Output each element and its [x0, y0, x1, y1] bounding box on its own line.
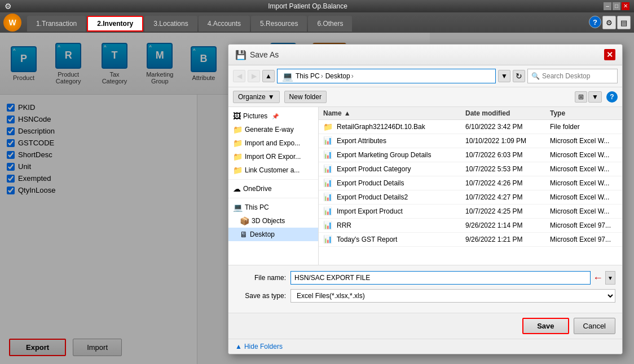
tree-divider-1 — [228, 179, 318, 180]
folder-import-icon: 📁 — [233, 139, 243, 148]
help-button[interactable]: ? — [589, 16, 601, 28]
file-row[interactable]: 📊 Import Export Product 10/7/2022 4:25 P… — [319, 205, 622, 219]
tab-inventory[interactable]: 2.Inventory — [87, 16, 143, 32]
thispc-icon: 💻 — [233, 203, 243, 212]
file-name-1: Export Attributes — [337, 137, 465, 145]
organize-button[interactable]: Organize ▼ — [233, 91, 280, 103]
cancel-button[interactable]: Cancel — [574, 318, 615, 334]
forward-button[interactable]: ▶ — [248, 70, 260, 82]
file-row[interactable]: 📊 Export Product Details2 10/7/2022 4:27… — [319, 190, 622, 205]
file-type-3: Microsoft Excel W... — [550, 165, 618, 173]
tree-generate-eway[interactable]: 📁 Generate E-way — [228, 123, 318, 136]
hide-folders-arrow-icon: ▲ — [235, 343, 242, 350]
hide-folders-toggle[interactable]: ▲ Hide Folders — [228, 339, 622, 354]
file-date-7: 9/26/2022 1:14 PM — [465, 221, 550, 229]
filetype-select[interactable]: Excel Files(*.xlsx,*.xls) — [290, 289, 615, 303]
tree-onedrive[interactable]: ☁ OneDrive — [228, 182, 318, 196]
main-content: ^P Product ^R Product Category ^T Tax Ca… — [0, 33, 634, 364]
filename-dropdown[interactable]: ▼ — [605, 271, 615, 285]
col-name-header[interactable]: Name ▲ — [323, 109, 465, 117]
file-row[interactable]: 📊 RRR 9/26/2022 1:14 PM Microsoft Excel … — [319, 219, 622, 233]
sort-arrow-icon: ▲ — [344, 109, 351, 117]
filename-container: ← ▼ — [290, 271, 615, 285]
file-row[interactable]: 📊 Export Marketing Group Details 10/7/20… — [319, 148, 622, 162]
tab-others[interactable]: 6.Others — [308, 16, 352, 32]
file-date-1: 10/10/2022 1:09 PM — [465, 137, 550, 145]
file-row[interactable]: 📊 Today's GST Report 9/26/2022 1:21 PM M… — [319, 233, 622, 247]
save-button[interactable]: Save — [522, 318, 569, 334]
dialog-toolbar: Organize ▼ New folder ⊞ ▼ ? — [228, 87, 622, 107]
col-type-header[interactable]: Type — [550, 109, 618, 117]
title-bar: ⚙ Import Patient Op.Balance – □ ✕ — [0, 0, 634, 12]
file-type-7: Microsoft Excel 97... — [550, 221, 618, 229]
refresh-button[interactable]: ↻ — [513, 70, 525, 82]
tree-import-expo[interactable]: 📁 Import and Expo... — [228, 136, 318, 150]
maximize-button[interactable]: □ — [613, 2, 620, 10]
tree-link-customer[interactable]: 📁 Link Customer a... — [228, 163, 318, 177]
file-type-6: Microsoft Excel W... — [550, 207, 618, 215]
pictures-icon: 🖼 — [233, 112, 241, 121]
addr-dropdown[interactable]: ▼ — [498, 70, 510, 82]
excel-icon: 📊 — [323, 150, 333, 159]
minimize-button[interactable]: – — [604, 2, 611, 10]
excel-icon: 📊 — [323, 207, 333, 216]
view-dropdown[interactable]: ▼ — [588, 91, 602, 103]
save-as-dialog: 💾 Save As ✕ ◀ ▶ ▲ 💻 This PC › Desktop — [228, 44, 623, 354]
file-type-5: Microsoft Excel W... — [550, 193, 618, 201]
file-row[interactable]: 📊 Export Attributes 10/10/2022 1:09 PM M… — [319, 134, 622, 148]
file-row[interactable]: 📊 Export Product Details 10/7/2022 4:26 … — [319, 176, 622, 190]
filetype-container: Excel Files(*.xlsx,*.xls) — [290, 289, 615, 303]
filename-arrow-icon: ← — [593, 272, 603, 284]
tree-import-or[interactable]: 📁 Import OR Expor... — [228, 150, 318, 163]
3dobjects-icon: 📦 — [240, 216, 249, 225]
file-tree: 🖼 Pictures 📌 📁 Generate E-way 📁 Import a… — [228, 107, 319, 265]
nav-tabs: 1.Transaction 2.Inventory 3.Locations 4.… — [26, 14, 584, 32]
search-box: 🔍 — [527, 69, 618, 83]
file-row[interactable]: 📊 Export Product Category 10/7/2022 5:53… — [319, 162, 622, 176]
view-icon-button[interactable]: ⊞ — [575, 91, 587, 103]
dialog-title: 💾 Save As — [235, 50, 279, 60]
folder-link-icon: 📁 — [233, 166, 243, 175]
file-row[interactable]: 📁 RetailGraph321246Dt.10.Bak 6/10/2022 3… — [319, 120, 622, 134]
file-name-5: Export Product Details2 — [337, 193, 465, 201]
tab-resources[interactable]: 5.Resources — [251, 16, 307, 32]
filetype-row: Save as type: Excel Files(*.xlsx,*.xls) — [235, 289, 615, 303]
address-path[interactable]: 💻 This PC › Desktop › — [277, 69, 496, 83]
file-name-2: Export Marketing Group Details — [337, 151, 465, 159]
file-name-6: Import Export Product — [337, 207, 465, 215]
up-button[interactable]: ▲ — [262, 70, 275, 82]
extra-button[interactable]: ▤ — [617, 16, 631, 29]
folder-eway-icon: 📁 — [233, 125, 243, 134]
title-bar-left: ⚙ — [5, 2, 12, 11]
desktop-icon: 🖥 — [240, 230, 248, 239]
dialog-title-bar: 💾 Save As ✕ — [228, 45, 622, 65]
excel-icon: 📊 — [323, 193, 333, 202]
address-bar: ◀ ▶ ▲ 💻 This PC › Desktop › ▼ ↻ — [228, 65, 622, 87]
col-date-header[interactable]: Date modified — [465, 109, 550, 117]
file-list: Name ▲ Date modified Type 📁 RetailG — [319, 107, 622, 265]
file-date-8: 9/26/2022 1:21 PM — [465, 236, 550, 243]
dialog-help-button[interactable]: ? — [606, 91, 618, 103]
filename-input[interactable] — [290, 271, 591, 285]
tree-desktop[interactable]: 🖥 Desktop — [228, 228, 318, 241]
close-button[interactable]: ✕ — [622, 2, 629, 10]
tree-thispc[interactable]: 💻 This PC — [228, 201, 318, 214]
tab-locations[interactable]: 3.Locations — [144, 16, 197, 32]
tree-3dobjects[interactable]: 📦 3D Objects — [228, 214, 318, 228]
file-type-0: File folder — [550, 123, 618, 131]
dialog-close-button[interactable]: ✕ — [604, 49, 615, 60]
tab-transaction[interactable]: 1.Transaction — [27, 16, 86, 32]
back-button[interactable]: ◀ — [233, 70, 245, 82]
view-controls: ⊞ ▼ — [575, 91, 602, 103]
path-part-desktop: Desktop › — [325, 72, 354, 80]
file-date-3: 10/7/2022 5:53 PM — [465, 165, 550, 173]
new-folder-button[interactable]: New folder — [284, 91, 327, 103]
settings-button[interactable]: ⚙ — [602, 16, 616, 29]
file-date-0: 6/10/2022 3:42 PM — [465, 123, 550, 131]
tree-divider-2 — [228, 198, 318, 198]
path-part-thispc: This PC › — [296, 72, 323, 80]
tree-pictures[interactable]: 🖼 Pictures 📌 — [228, 109, 318, 123]
search-input[interactable] — [542, 72, 614, 80]
organize-chevron: ▼ — [268, 93, 275, 101]
tab-accounts[interactable]: 4.Accounts — [199, 16, 250, 32]
